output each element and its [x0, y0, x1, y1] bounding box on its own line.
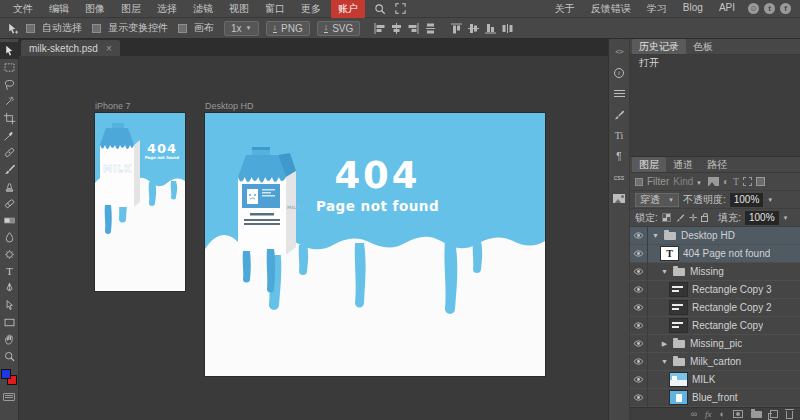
- zoom-tool[interactable]: [0, 348, 19, 365]
- link-layers-icon[interactable]: ∞: [691, 410, 697, 419]
- align-middle-vertical-icon[interactable]: [467, 22, 480, 35]
- layer-mask-icon[interactable]: [733, 410, 743, 418]
- layer-visibility-eye-icon[interactable]: [630, 299, 648, 317]
- align-right-icon[interactable]: [407, 22, 420, 35]
- tab-history-0[interactable]: 历史记录: [632, 39, 686, 54]
- tab-layers-2[interactable]: 路径: [700, 157, 734, 172]
- new-layer-icon[interactable]: [770, 410, 778, 418]
- new-group-icon[interactable]: [751, 411, 762, 418]
- css-panel-icon[interactable]: css: [609, 167, 629, 188]
- path-select-tool[interactable]: [0, 297, 19, 314]
- reddit-icon[interactable]: ☺: [748, 3, 759, 14]
- layer-row-desktop-hd[interactable]: ▼Desktop HD: [630, 227, 800, 245]
- auto-select-checkbox[interactable]: [26, 24, 35, 33]
- filter-type-layers-icon[interactable]: T: [733, 176, 739, 187]
- layer-effects-icon[interactable]: fx: [705, 410, 712, 419]
- menu-item-6[interactable]: 视图: [221, 0, 257, 18]
- artboard-label-desktop[interactable]: Desktop HD: [205, 101, 254, 111]
- brush-tool[interactable]: [0, 161, 19, 178]
- menu-item-7[interactable]: 窗口: [257, 0, 293, 18]
- adjustment-layer-icon[interactable]: ◐: [720, 410, 725, 419]
- menu-right-item-2[interactable]: 学习: [645, 0, 669, 18]
- crop-tool[interactable]: [0, 110, 19, 127]
- layer-row-blue-front[interactable]: Blue_front: [630, 389, 800, 407]
- properties-panel-icon[interactable]: [609, 83, 629, 104]
- history-entry-0[interactable]: 打开: [630, 55, 800, 70]
- opacity-input[interactable]: 100%: [730, 193, 764, 207]
- gradient-tool[interactable]: [0, 212, 19, 229]
- expand-group-icon[interactable]: ▶: [661, 340, 668, 348]
- layer-visibility-eye-icon[interactable]: [630, 353, 648, 371]
- collapse-panels-icon[interactable]: <>: [609, 41, 629, 62]
- color-swatches[interactable]: [1, 369, 17, 385]
- layer-row-rectangle-copy-2[interactable]: Rectangle Copy 2: [630, 299, 800, 317]
- layer-row-milk[interactable]: MILK: [630, 371, 800, 389]
- layer-visibility-eye-icon[interactable]: [630, 317, 648, 335]
- character-panel-icon[interactable]: Ti: [609, 125, 629, 146]
- close-icon[interactable]: ×: [106, 43, 112, 54]
- filter-checkbox[interactable]: [635, 178, 643, 186]
- menu-item-5[interactable]: 滤镜: [185, 0, 221, 18]
- collapse-group-icon[interactable]: ▼: [661, 358, 668, 365]
- layer-visibility-eye-icon[interactable]: [630, 263, 648, 281]
- fullscreen-icon[interactable]: [395, 3, 406, 14]
- distribute-horizontal-icon[interactable]: [501, 22, 514, 35]
- account-button[interactable]: 账户: [331, 0, 365, 18]
- rect-shape-tool[interactable]: [0, 314, 19, 331]
- filter-kind-select[interactable]: Kind ▼: [673, 176, 702, 187]
- distribute-vertical-icon[interactable]: [424, 22, 437, 35]
- canvas-area[interactable]: iPhone 7 MILK: [19, 56, 608, 420]
- layer-row-404-page-not-found[interactable]: T404 Page not found: [630, 245, 800, 263]
- facebook-icon[interactable]: f: [780, 3, 791, 14]
- paragraph-panel-icon[interactable]: ¶: [609, 146, 629, 167]
- twitter-icon[interactable]: t: [764, 3, 775, 14]
- artboard-desktop[interactable]: MILK 404 Page not found: [205, 113, 545, 376]
- brush-settings-panel-icon[interactable]: [609, 104, 629, 125]
- filter-pixel-layers-icon[interactable]: [708, 177, 719, 186]
- export-png-button[interactable]: ↓PNG: [266, 21, 310, 36]
- blend-mode-select[interactable]: 穿透▼: [635, 193, 679, 207]
- layer-visibility-eye-icon[interactable]: [630, 245, 648, 263]
- layer-row-missing-pic[interactable]: ▶Missing_pic: [630, 335, 800, 353]
- tab-layers-0[interactable]: 图层: [632, 157, 666, 172]
- layer-visibility-eye-icon[interactable]: [630, 389, 648, 407]
- artboard-label-iphone[interactable]: iPhone 7: [95, 101, 131, 111]
- pen-tool[interactable]: [0, 280, 19, 297]
- show-controls-checkbox[interactable]: [92, 24, 101, 33]
- info-panel-icon[interactable]: i: [609, 62, 629, 83]
- layer-visibility-eye-icon[interactable]: [630, 227, 648, 245]
- keyboard-shortcuts-icon[interactable]: [3, 393, 15, 401]
- align-left-icon[interactable]: [373, 22, 386, 35]
- filter-smart-objects-icon[interactable]: [756, 177, 765, 186]
- spot-heal-tool[interactable]: [0, 144, 19, 161]
- menu-right-item-4[interactable]: API: [717, 0, 737, 18]
- collapse-group-icon[interactable]: ▼: [652, 232, 659, 239]
- layer-row-rectangle-copy[interactable]: Rectangle Copy: [630, 317, 800, 335]
- layer-visibility-eye-icon[interactable]: [630, 281, 648, 299]
- fill-input[interactable]: 100%: [745, 211, 779, 225]
- menu-item-4[interactable]: 选择: [149, 0, 185, 18]
- tab-layers-1[interactable]: 通道: [666, 157, 700, 172]
- lock-all-icon[interactable]: [701, 216, 708, 222]
- filter-shape-layers-icon[interactable]: [743, 177, 752, 186]
- menu-item-2[interactable]: 图像: [77, 0, 113, 18]
- align-bottom-icon[interactable]: [484, 22, 497, 35]
- chevron-down-icon[interactable]: ▼: [767, 197, 773, 203]
- tab-history-1[interactable]: 色板: [686, 39, 720, 54]
- export-scale-select[interactable]: 1x▼: [224, 21, 259, 36]
- chevron-down-icon[interactable]: ▼: [783, 215, 789, 221]
- document-tab[interactable]: milk-sketch.psd ×: [21, 40, 120, 56]
- layer-row-rectangle-copy-3[interactable]: Rectangle Copy 3: [630, 281, 800, 299]
- foreground-color-swatch[interactable]: [1, 369, 11, 379]
- search-icon[interactable]: [374, 3, 386, 15]
- canvas-checkbox[interactable]: [178, 24, 187, 33]
- rect-select-tool[interactable]: [0, 59, 19, 76]
- artboard-iphone[interactable]: MILK 404 Page not found: [95, 113, 185, 291]
- move-tool[interactable]: [0, 42, 19, 59]
- layer-visibility-eye-icon[interactable]: [630, 335, 648, 353]
- lasso-tool[interactable]: [0, 76, 19, 93]
- blur-tool[interactable]: [0, 229, 19, 246]
- delete-layer-icon[interactable]: [786, 411, 793, 419]
- lock-pixels-icon[interactable]: [675, 213, 685, 223]
- menu-right-item-0[interactable]: 关于: [553, 0, 577, 18]
